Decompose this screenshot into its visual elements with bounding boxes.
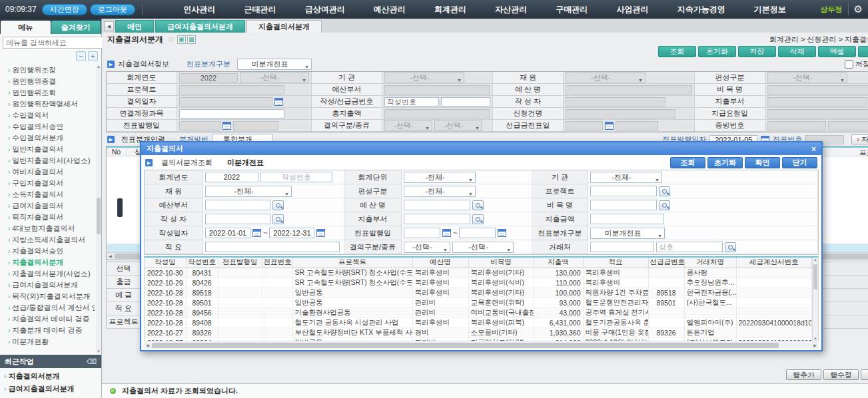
sidebar-item[interactable]: ›지출결의서분개(사업소) xyxy=(8,268,95,280)
column-header[interactable]: 적요 xyxy=(583,258,648,268)
doc-no-input[interactable] xyxy=(260,172,332,182)
decide-kind-select[interactable]: -선택- xyxy=(452,242,514,253)
tab-scroll-left-icon[interactable]: ◀ xyxy=(104,21,114,31)
table-row[interactable]: 2022-10-2889501 일반공통관리비 교육훈련비(위탁)93,000 … xyxy=(145,298,812,307)
remark-input[interactable] xyxy=(205,242,340,252)
scroll-right-icon[interactable]: ▶ xyxy=(811,342,819,349)
reset-button[interactable]: 초기화 xyxy=(698,46,736,57)
auto-journal-button[interactable]: › 자동분개 xyxy=(851,134,868,144)
sidebar-item[interactable]: ›지출결의서 데이터 검증 xyxy=(8,313,95,325)
spend-amount-input[interactable] xyxy=(590,214,663,224)
spend-dept-input[interactable] xyxy=(404,214,470,224)
delete-button[interactable]: 삭제 xyxy=(778,46,816,57)
sidebar-item[interactable]: ›선급/통합결의서 계산서 연 xyxy=(8,302,95,313)
sidebar-item[interactable]: ›원인행위잔액명세서 xyxy=(8,99,95,110)
sidebar-item[interactable]: ›일반지출결의서(사업소) xyxy=(8,155,95,166)
tab-menu[interactable]: 메뉴 xyxy=(1,21,51,34)
tab-main[interactable]: 메인 xyxy=(115,20,154,33)
logout-button[interactable]: 로그아웃 xyxy=(90,4,135,15)
menu-item[interactable]: 예산관리 xyxy=(374,4,406,15)
row-delete-button[interactable]: 행삭제 xyxy=(861,369,868,380)
menu-item[interactable]: 근태관리 xyxy=(244,4,276,15)
sidebar-item[interactable]: ›퇴직(외)지출결의서분개 xyxy=(8,291,95,302)
sidebar-item[interactable]: ›수입결의서승인 xyxy=(8,121,95,132)
table-row[interactable]: 2022-10-2889518 일반공통복리후생비 복리후생비(기타)100,0… xyxy=(145,288,812,298)
recent-item[interactable]: ›지출결의서분개 xyxy=(4,370,99,383)
calendar-icon[interactable] xyxy=(498,229,506,237)
org-select[interactable]: -선택- xyxy=(384,72,464,83)
column-header[interactable]: 작성일 xyxy=(145,258,186,268)
search-button[interactable]: 조회 xyxy=(658,46,696,57)
calendar-icon[interactable] xyxy=(222,122,231,130)
search-icon[interactable] xyxy=(472,200,484,210)
fiscal-year-input[interactable] xyxy=(205,172,258,182)
budget-dept-input[interactable] xyxy=(205,200,270,210)
table-row[interactable]: 2022-10-2789294 일반공통관리비 지급임차료(차량)814,000… xyxy=(145,337,812,341)
fiscal-year-select[interactable]: -선택- xyxy=(240,72,309,83)
sidebar-item[interactable]: ›원인행위조회 xyxy=(8,87,95,99)
sidebar-item[interactable]: ›4대보험지출결의서 xyxy=(8,223,95,234)
vendor-name-input[interactable] xyxy=(656,242,723,252)
table-row[interactable]: 2022-10-3080431 SR 고속철도차량(SRT) 청소사업(수도권)… xyxy=(145,268,812,278)
decide-type-select[interactable]: -선택- xyxy=(384,120,432,131)
refresh-icon[interactable]: ▣ xyxy=(177,35,186,44)
column-header[interactable]: 세금계산서번호 xyxy=(736,258,812,268)
new-window-icon[interactable]: ▦ xyxy=(187,35,196,44)
budget-type-select[interactable]: -전체- xyxy=(404,186,476,197)
menu-item[interactable]: 사업관리 xyxy=(617,4,649,15)
menu-item[interactable]: 기본정보 xyxy=(754,4,786,15)
dialog-close-button[interactable]: 닫기 xyxy=(782,157,817,168)
sidebar-item[interactable]: ›급여지출결의서분개 xyxy=(8,280,95,291)
row-edit-button[interactable]: 행수정 xyxy=(823,369,859,380)
sidebar-item[interactable]: ›지출분개 데이터 검증 xyxy=(8,325,95,336)
slip-issue-from-input[interactable] xyxy=(404,228,440,238)
column-header[interactable]: 예산명 xyxy=(412,258,468,268)
sidebar-item[interactable]: ›수입결의서 xyxy=(8,110,95,121)
write-date-from-input[interactable] xyxy=(205,228,250,238)
dialog-search-button[interactable]: 조회 xyxy=(670,157,705,168)
dialog-confirm-button[interactable]: 확인 xyxy=(745,157,780,168)
fund-select[interactable]: -선택- xyxy=(566,72,646,83)
decide-kind-select[interactable]: -선택- xyxy=(434,120,482,131)
table-row[interactable]: 2022-10-2789326 부산철도차량정비단 KTX 부품세척 사업경비 … xyxy=(145,327,812,337)
column-header[interactable]: 거래처명 xyxy=(684,258,736,268)
sidebar-item[interactable]: ›여비지출결의서 xyxy=(8,166,95,178)
print-button[interactable]: 인쇄 xyxy=(858,46,868,57)
menu-item[interactable]: 급상여관리 xyxy=(305,4,345,15)
sidebar-item[interactable]: ›수입결의서분개 xyxy=(8,132,95,144)
dialog-reset-button[interactable]: 초기화 xyxy=(707,157,743,168)
close-icon[interactable]: × xyxy=(811,145,816,153)
sidebar-item[interactable]: ›원인행위종결 xyxy=(8,76,95,87)
decide-type-select[interactable]: -선택- xyxy=(404,242,450,253)
org-select[interactable]: -전체- xyxy=(590,172,662,183)
vendor-code-input[interactable] xyxy=(590,242,654,252)
splitter-handle[interactable] xyxy=(117,198,123,217)
menu-item[interactable]: 자산관리 xyxy=(495,4,527,15)
table-row[interactable]: 2022-10-2889408 철도기관 공동사옥 시설관리 사업복리후생비 복… xyxy=(145,317,812,327)
favorite-star-icon[interactable]: ☆ xyxy=(167,35,175,44)
column-header[interactable]: 전표발행일 xyxy=(218,258,262,268)
item-name-input[interactable] xyxy=(590,200,657,210)
search-icon[interactable] xyxy=(659,186,670,196)
sidebar-item[interactable]: ›지출결의서분개 xyxy=(8,257,95,268)
sidebar-item[interactable]: ›지출결의서승인 xyxy=(8,246,95,257)
calendar-icon[interactable] xyxy=(274,98,283,106)
acct-unit-select[interactable]: -전체- xyxy=(404,172,476,183)
search-icon[interactable] xyxy=(272,214,284,224)
recent-item[interactable]: ›급여지출결의서분개 xyxy=(4,383,99,395)
column-header[interactable]: 전표번호 xyxy=(262,258,292,268)
table-row[interactable]: 2022-10-2889456 기술환경사업공통관리비 여비교통비(국내출장)4… xyxy=(145,307,812,317)
budget-name-input[interactable] xyxy=(404,200,470,210)
save-button[interactable]: 저장 xyxy=(738,46,776,57)
fund-select[interactable]: -전체- xyxy=(205,186,292,197)
print-after-save-checkbox[interactable] xyxy=(845,60,853,69)
menu-item[interactable]: 회계관리 xyxy=(434,4,466,15)
dialog-title-bar[interactable]: 지출결의서 × xyxy=(141,142,821,155)
expand-all-button[interactable]: + xyxy=(88,51,98,61)
table-row[interactable]: 2022-10-2980426 SR 고속철도차량(SRT) 청소사업(수도권)… xyxy=(145,278,812,288)
sidebar-item[interactable]: ›구입지출결의서 xyxy=(8,178,95,189)
advance-no-input[interactable] xyxy=(441,97,490,106)
tab-favorites[interactable]: 즐겨찾기 xyxy=(51,21,101,34)
search-icon[interactable] xyxy=(659,200,670,210)
write-no-input[interactable] xyxy=(384,97,439,106)
